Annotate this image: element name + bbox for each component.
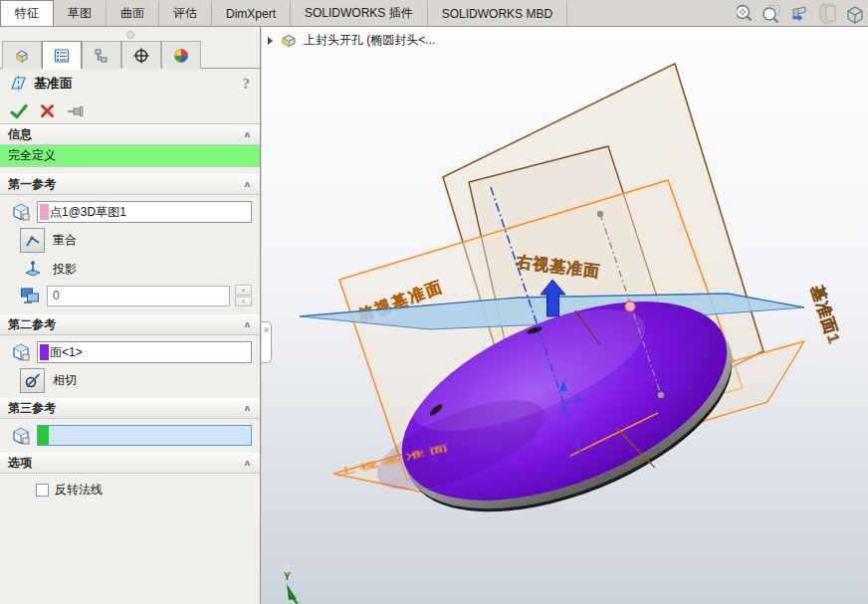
page-title: 基准面: [34, 75, 243, 93]
third-reference-body: [0, 419, 260, 453]
command-manager-tabbar: 特征 草图 曲面 评估 DimXpert SOLIDWORKS 插件 SOLID…: [0, 0, 868, 27]
quick-view-toolbar: [737, 0, 868, 27]
second-reference-body: 面<1> 相切: [0, 335, 260, 398]
zoom-to-fit-icon[interactable]: [737, 3, 755, 25]
expand-tree-icon[interactable]: [268, 37, 273, 45]
tab-mbd-label: SOLIDWORKS MBD: [442, 7, 552, 21]
tab-addins[interactable]: SOLIDWORKS 插件: [291, 1, 428, 26]
section-view-icon: [816, 3, 838, 25]
tab-evaluate[interactable]: 评估: [159, 1, 212, 26]
selection-text: 点1@3D草图1: [50, 204, 126, 221]
selection-text: 面<1>: [50, 344, 83, 361]
selection-swatch: [40, 204, 49, 220]
tangent-icon: [24, 371, 42, 389]
second-reference-selection-box[interactable]: 面<1>: [37, 341, 252, 363]
projection-button[interactable]: [20, 257, 45, 282]
list-item[interactable]: 点1@3D草图1: [40, 204, 249, 220]
pin-button[interactable]: [67, 104, 87, 118]
tangent-label: 相切: [53, 372, 77, 389]
flip-normal-label: 反转法线: [55, 482, 103, 499]
configuration-manager-tab[interactable]: [82, 41, 121, 69]
spinner-down-button[interactable]: ▼: [235, 297, 252, 307]
options-label: 选项: [8, 455, 32, 472]
projection-icon: [24, 260, 42, 278]
display-manager-icon: [173, 48, 189, 64]
manager-tab-strip: [0, 41, 260, 69]
part-icon: [280, 33, 297, 48]
triad-y-label: Y: [284, 571, 291, 582]
section-header-third-reference[interactable]: 第三参考 ∧: [0, 398, 260, 419]
breadcrumb[interactable]: 上封头开孔 (椭圆封头<...: [268, 32, 435, 49]
help-button[interactable]: ?: [243, 76, 251, 93]
selected-point[interactable]: [625, 302, 635, 311]
tab-surfaces-label: 曲面: [120, 5, 144, 22]
offset-value-input[interactable]: 0: [47, 286, 230, 306]
tab-features[interactable]: 特征: [0, 0, 54, 26]
first-reference-body: 点1@3D草图1 重合: [0, 195, 260, 314]
tab-sketch-label: 草图: [68, 5, 92, 22]
3d-scene[interactable]: 前视基准面 右视基准面 基准面1: [262, 27, 868, 604]
coincident-button[interactable]: [20, 228, 45, 253]
offset-distance-icon: [20, 286, 42, 305]
dimxpert-manager-tab[interactable]: [121, 41, 161, 69]
breadcrumb-text: 上封头开孔 (椭圆封头<...: [304, 32, 435, 49]
chevron-up-icon: ∧: [243, 403, 252, 413]
cancel-button[interactable]: [40, 103, 55, 118]
reference-entity-icon: [10, 341, 32, 363]
second-reference-label: 第二参考: [8, 316, 56, 333]
reference-entity-icon: [10, 425, 32, 447]
coincident-label: 重合: [53, 232, 77, 249]
flip-normal-checkbox[interactable]: [36, 484, 49, 497]
property-manager-tab[interactable]: [42, 41, 82, 69]
third-reference-selection-box[interactable]: [37, 425, 252, 446]
panel-splitter-grip[interactable]: [126, 31, 134, 39]
flip-normal-row: 反转法线: [36, 482, 260, 499]
first-reference-label: 第一参考: [8, 176, 56, 193]
tab-dimxpert-label: DimXpert: [226, 7, 276, 21]
section-header-options[interactable]: 选项 ∧: [0, 453, 260, 474]
reference-triad: Y: [284, 571, 298, 604]
section-header-first-reference[interactable]: 第一参考 ∧: [0, 174, 260, 195]
ok-button[interactable]: [10, 103, 28, 119]
tab-addins-label: SOLIDWORKS 插件: [305, 5, 413, 22]
tab-mbd[interactable]: SOLIDWORKS MBD: [428, 1, 567, 26]
selection-swatch: [40, 344, 49, 360]
handle-dot: [264, 327, 269, 332]
feature-manager-tab[interactable]: [2, 41, 42, 69]
reference-plane-icon: [8, 75, 28, 93]
offset-spinner: ▲ ▼: [235, 285, 252, 306]
previous-view-icon[interactable]: [788, 3, 810, 25]
reference-entity-icon: [10, 201, 32, 223]
active-selection-indicator: [38, 426, 49, 445]
property-manager-title-row: 基准面 ?: [0, 69, 260, 99]
fully-defined-label: 完全定义: [8, 147, 56, 164]
offset-value: 0: [53, 289, 60, 302]
tab-surfaces[interactable]: 曲面: [107, 1, 159, 26]
section-header-info[interactable]: 信息 ∧: [0, 124, 260, 145]
property-manager-panel: 基准面 ? 信息 ∧ 完全定义 第一参考 ∧: [0, 27, 261, 604]
tab-evaluate-label: 评估: [173, 5, 197, 22]
property-manager-actions: [0, 99, 260, 124]
tab-sketch[interactable]: 草图: [54, 1, 107, 26]
configuration-manager-icon: [94, 48, 109, 64]
dimxpert-manager-icon: [133, 48, 149, 64]
zoom-to-area-icon[interactable]: [760, 3, 782, 25]
display-manager-tab[interactable]: [161, 41, 201, 69]
section-info-label: 信息: [8, 126, 32, 143]
status-message: 完全定义: [0, 145, 260, 167]
plane1-label: 基准面1: [808, 284, 843, 346]
tab-dimxpert[interactable]: DimXpert: [212, 1, 291, 26]
tangent-button[interactable]: [20, 368, 45, 393]
third-reference-label: 第三参考: [8, 400, 56, 417]
graphics-viewport[interactable]: 上封头开孔 (椭圆封头<...: [262, 27, 868, 604]
section-header-second-reference[interactable]: 第二参考 ∧: [0, 314, 260, 335]
first-reference-selection-box[interactable]: 点1@3D草图1: [37, 201, 252, 223]
solidworks-window: 特征 草图 曲面 评估 DimXpert SOLIDWORKS 插件 SOLID…: [0, 0, 868, 604]
coincident-icon: [24, 231, 42, 249]
panel-flyout-handle[interactable]: [262, 321, 272, 363]
list-item[interactable]: 面<1>: [40, 344, 249, 360]
spinner-up-button[interactable]: ▲: [235, 285, 252, 296]
chevron-up-icon: ∧: [243, 129, 252, 139]
view-orientation-icon[interactable]: [844, 3, 866, 25]
feature-tree-icon: [14, 48, 30, 64]
